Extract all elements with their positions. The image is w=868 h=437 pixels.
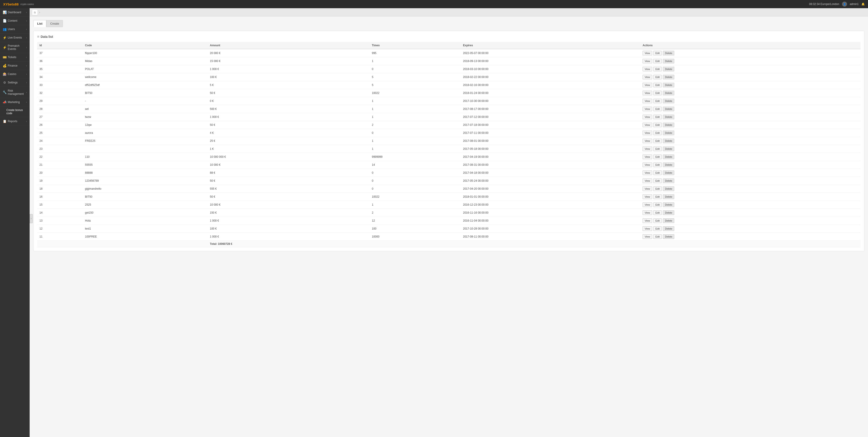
sidebar-item-risk-management[interactable]: 🔧 Risk management ›: [0, 87, 30, 98]
edit-button[interactable]: Edit: [653, 210, 662, 215]
edit-button[interactable]: Edit: [653, 162, 662, 167]
edit-button[interactable]: Edit: [653, 235, 662, 239]
cell-expires: 2017-08-01 00:00:00: [461, 137, 640, 145]
edit-button[interactable]: Edit: [653, 107, 662, 111]
delete-button[interactable]: Delete: [663, 91, 674, 95]
view-button[interactable]: View: [643, 83, 652, 87]
edit-button[interactable]: Edit: [653, 59, 662, 63]
edit-button[interactable]: Edit: [653, 75, 662, 79]
cell-amount: 50 €: [208, 121, 370, 129]
delete-button[interactable]: Delete: [663, 162, 674, 167]
delete-button[interactable]: Delete: [663, 202, 674, 207]
delete-button[interactable]: Delete: [663, 99, 674, 103]
bell-icon[interactable]: 🔔: [861, 2, 865, 6]
sidebar-item-prematch-events[interactable]: ⚡ Prematch Events ›: [0, 42, 30, 53]
view-button[interactable]: View: [643, 99, 652, 103]
edit-button[interactable]: Edit: [653, 155, 662, 159]
tab-list[interactable]: List: [33, 20, 46, 27]
sidebar-item-finance[interactable]: 💰 Finance ›: [0, 62, 30, 70]
view-button[interactable]: View: [643, 67, 652, 71]
view-button[interactable]: View: [643, 210, 652, 215]
view-button[interactable]: View: [643, 59, 652, 63]
cell-actions: View Edit Delete: [640, 169, 861, 177]
finance-icon: 💰: [3, 64, 6, 67]
delete-button[interactable]: Delete: [663, 235, 674, 239]
edit-button[interactable]: Edit: [653, 194, 662, 199]
delete-button[interactable]: Delete: [663, 75, 674, 79]
cell-times: 5: [370, 81, 461, 89]
view-button[interactable]: View: [643, 75, 652, 79]
topbar: XYbets88 crypto casino 08:32:34 Europe/L…: [0, 0, 868, 8]
view-button[interactable]: View: [643, 186, 652, 191]
delete-button[interactable]: Delete: [663, 155, 674, 159]
table-row: 37 flipper100 20 000 € 995 2022-05-07 00…: [37, 49, 861, 57]
delete-button[interactable]: Delete: [663, 226, 674, 231]
delete-button[interactable]: Delete: [663, 59, 674, 63]
view-button[interactable]: View: [643, 155, 652, 159]
view-button[interactable]: View: [643, 131, 652, 135]
delete-button[interactable]: Delete: [663, 147, 674, 151]
view-button[interactable]: View: [643, 123, 652, 127]
cell-actions: View Edit Delete: [640, 193, 861, 201]
view-button[interactable]: View: [643, 194, 652, 199]
delete-button[interactable]: Delete: [663, 83, 674, 87]
sidebar-item-live-events[interactable]: ⚡ Live Events ›: [0, 33, 30, 42]
delete-button[interactable]: Delete: [663, 67, 674, 71]
edit-button[interactable]: Edit: [653, 99, 662, 103]
edit-button[interactable]: Edit: [653, 147, 662, 151]
edit-button[interactable]: Edit: [653, 170, 662, 175]
view-button[interactable]: View: [643, 147, 652, 151]
edit-button[interactable]: Edit: [653, 186, 662, 191]
edit-button[interactable]: Edit: [653, 67, 662, 71]
edit-button[interactable]: Edit: [653, 218, 662, 223]
home-breadcrumb[interactable]: ⌂: [32, 9, 38, 15]
sidebar-item-reports[interactable]: 📋 Reports ›: [0, 117, 30, 126]
view-button[interactable]: View: [643, 218, 652, 223]
view-button[interactable]: View: [643, 51, 652, 55]
view-button[interactable]: View: [643, 170, 652, 175]
delete-button[interactable]: Delete: [663, 138, 674, 143]
edit-button[interactable]: Edit: [653, 138, 662, 143]
view-button[interactable]: View: [643, 202, 652, 207]
edit-button[interactable]: Edit: [653, 51, 662, 55]
delete-button[interactable]: Delete: [663, 179, 674, 183]
view-button[interactable]: View: [643, 179, 652, 183]
edit-button[interactable]: Edit: [653, 83, 662, 87]
sidebar-item-marketing[interactable]: 📣 Marketing ›: [0, 98, 30, 106]
delete-button[interactable]: Delete: [663, 218, 674, 223]
sidebar-item-settings[interactable]: ⚙ Settings ›: [0, 79, 30, 87]
delete-button[interactable]: Delete: [663, 194, 674, 199]
view-button[interactable]: View: [643, 138, 652, 143]
sidebar-item-users[interactable]: 👥 Users ›: [0, 25, 30, 33]
delete-button[interactable]: Delete: [663, 170, 674, 175]
tab-create[interactable]: Create: [46, 20, 63, 27]
sidebar-item-content[interactable]: 📄 Content ›: [0, 17, 30, 25]
sidebar-item-casino[interactable]: 🎰 Casino ›: [0, 70, 30, 79]
edit-button[interactable]: Edit: [653, 179, 662, 183]
view-button[interactable]: View: [643, 162, 652, 167]
view-button[interactable]: View: [643, 226, 652, 231]
sidebar-item-dashboard[interactable]: 📊 Dashboard ›: [0, 8, 30, 17]
sidebar-item-tickets[interactable]: 🎫 Tickets ›: [0, 53, 30, 62]
view-button[interactable]: View: [643, 115, 652, 119]
edit-button[interactable]: Edit: [653, 131, 662, 135]
cell-actions: View Edit Delete: [640, 217, 861, 225]
view-button[interactable]: View: [643, 107, 652, 111]
delete-button[interactable]: Delete: [663, 131, 674, 135]
delete-button[interactable]: Delete: [663, 115, 674, 119]
delete-button[interactable]: Delete: [663, 107, 674, 111]
sidebar-item-create-bonus-code[interactable]: Create bonus code: [0, 106, 30, 117]
edit-button[interactable]: Edit: [653, 91, 662, 95]
cell-times: 10022: [370, 193, 461, 201]
delete-button[interactable]: Delete: [663, 51, 674, 55]
sidebar-toggle[interactable]: ‹: [30, 214, 33, 223]
delete-button[interactable]: Delete: [663, 210, 674, 215]
view-button[interactable]: View: [643, 235, 652, 239]
delete-button[interactable]: Delete: [663, 123, 674, 127]
edit-button[interactable]: Edit: [653, 226, 662, 231]
edit-button[interactable]: Edit: [653, 115, 662, 119]
delete-button[interactable]: Delete: [663, 186, 674, 191]
edit-button[interactable]: Edit: [653, 202, 662, 207]
view-button[interactable]: View: [643, 91, 652, 95]
edit-button[interactable]: Edit: [653, 123, 662, 127]
